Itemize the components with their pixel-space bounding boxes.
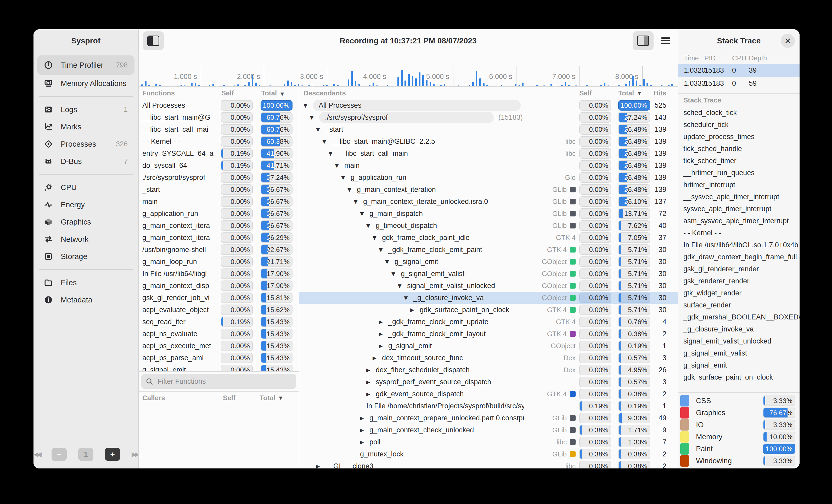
function-row[interactable]: - - Kernel - -0.00%60.38%60.38%	[139, 135, 299, 147]
chevron-right-icon[interactable]: ▶	[366, 379, 376, 385]
descendant-row[interactable]: ▼g_main_context_iterate_unlocked.isra.0G…	[299, 196, 678, 207]
function-row[interactable]: seq_read_iter0.19%0.19%15.43%15.43%	[139, 316, 299, 328]
descendant-row[interactable]: ▼__libc_start_call_mainlibc0.00%26.48%26…	[299, 147, 678, 160]
descendant-row[interactable]: ▼__libc_start_main@GLIBC_2.2.5libc0.00%2…	[299, 135, 678, 147]
stack-frame[interactable]: hrtimer_interrupt	[678, 179, 800, 191]
descendant-row[interactable]: ▼main0.00%26.48%26.48%139	[299, 160, 678, 171]
chevron-right-icon[interactable]: ▶	[366, 367, 376, 373]
function-row[interactable]: g_main_context_itera0.00%26.29%26.29%	[139, 232, 299, 244]
filter-functions-input[interactable]	[157, 377, 292, 386]
chevron-down-icon[interactable]: ▼	[316, 127, 326, 132]
descendant-row[interactable]: ▼g_main_dispatchGLib0.00%13.71%13.71%72	[299, 207, 678, 220]
descendant-row[interactable]: ▶_gdk_frame_clock_emit_updateGTK 40.00%0…	[299, 316, 678, 328]
chevron-right-icon[interactable]: ▶	[379, 331, 388, 337]
sidebar-item-storage[interactable]: Storage	[37, 248, 134, 265]
function-row[interactable]: g_main_loop_run0.00%21.71%21.71%	[139, 256, 299, 268]
function-row[interactable]: do_syscall_640.19%0.19%41.71%41.71%	[139, 160, 299, 171]
sidebar-item-d-bus[interactable]: D-Bus7	[37, 153, 134, 170]
filter-functions-box[interactable]	[141, 374, 296, 389]
stack-frame[interactable]: sysvec_apic_timer_interrupt	[678, 203, 800, 215]
descendants-hits-header[interactable]: Hits	[650, 89, 678, 97]
chevron-right-icon[interactable]: ▶	[379, 319, 388, 325]
sidebar-item-graphics[interactable]: Graphics	[37, 213, 134, 230]
descendant-row[interactable]: ▶g_main_context_check_unlockedGLib0.38%0…	[299, 424, 678, 436]
descendant-row[interactable]: ▼./src/sysprof/sysprof(15183)0.00%27.24%…	[299, 111, 678, 123]
chevron-right-icon[interactable]: ▶	[360, 415, 369, 421]
function-row[interactable]: gsk_gl_render_job_vi0.00%15.81%15.81%	[139, 292, 299, 304]
functions-total-header[interactable]: Total▼	[261, 89, 284, 97]
function-row[interactable]: entry_SYSCALL_64_a0.19%0.19%41.90%41.90%	[139, 147, 299, 160]
descendant-row[interactable]: ▼gdk_frame_clock_paint_idleGTK 40.00%7.0…	[299, 232, 678, 244]
descendant-row[interactable]: ▼g_timeout_dispatchGLib0.00%7.62%7.62%40	[299, 220, 678, 232]
fast-forward-icon[interactable]: ▶▶	[132, 451, 138, 458]
stack-frame[interactable]: gtk_widget_render	[678, 287, 800, 299]
callers-self-header[interactable]: Self	[223, 394, 260, 402]
function-row[interactable]: ./src/sysprof/sysprof0.00%27.24%27.24%	[139, 171, 299, 184]
stack-frame[interactable]: sched_clock_tick	[678, 107, 800, 119]
descendant-row[interactable]: ▶g_main_context_prepare_unlocked.part.0.…	[299, 412, 678, 424]
function-row[interactable]: _start0.00%26.67%26.67%	[139, 184, 299, 196]
sidebar-item-network[interactable]: Network	[37, 230, 134, 248]
function-row[interactable]: /usr/bin/gnome-shell0.00%22.67%22.67%	[139, 244, 299, 256]
chevron-right-icon[interactable]: ▶	[410, 307, 420, 313]
sidebar-item-time-profiler[interactable]: Time Profiler798	[37, 55, 134, 75]
descendant-row[interactable]: ▼signal_emit_valist_unlockedGObject0.00%…	[299, 280, 678, 292]
sidebar-item-processes[interactable]: Processes326	[37, 135, 134, 153]
stack-frame[interactable]: scheduler_tick	[678, 119, 800, 131]
descendant-row[interactable]: ▶dex_timeout_source_funcDex0.00%0.57%0.5…	[299, 352, 678, 364]
stack-frame[interactable]: __hrtimer_run_queues	[678, 167, 800, 179]
chevron-down-icon[interactable]: ▼	[310, 114, 319, 120]
descendant-row[interactable]: ▼All Processes0.00%100.00%100.00%525	[299, 99, 678, 111]
callers-total-header[interactable]: Total▼	[260, 394, 299, 402]
stack-frame[interactable]: gsk_renderer_render	[678, 275, 800, 287]
sidebar-item-metadata[interactable]: Metadata	[37, 291, 134, 308]
sidebar-item-cpu[interactable]: CPU	[37, 179, 134, 196]
descendant-row[interactable]: ▶gdk_surface_paint_on_clockGTK 40.00%5.7…	[299, 304, 678, 316]
function-row[interactable]: acpi_ps_execute_met0.00%15.43%15.43%	[139, 340, 299, 352]
stack-frame[interactable]: tick_sched_timer	[678, 155, 800, 167]
chevron-right-icon[interactable]: ▶	[360, 439, 369, 445]
descendant-row[interactable]: ▼g_main_context_iterationGLib0.00%26.48%…	[299, 184, 678, 196]
stack-frame[interactable]: _gdk_marshal_BOOLEAN__BOXEDv	[678, 311, 800, 323]
stack-frame[interactable]: gdk_surface_paint_on_clock	[678, 371, 800, 383]
chevron-down-icon[interactable]: ▼	[404, 295, 413, 301]
stack-frame[interactable]: gsk_gl_renderer_render	[678, 263, 800, 275]
function-row[interactable]: g_main_context_itera0.00%26.67%26.67%	[139, 220, 299, 232]
descendant-row[interactable]: ▼g_signal_emitGObject0.00%5.71%5.71%30	[299, 256, 678, 268]
stack-sample-row[interactable]: 1.033315183059	[678, 77, 800, 90]
stack-frame[interactable]: gdk_draw_context_begin_frame_full	[678, 251, 800, 263]
chevron-down-icon[interactable]: ▼	[398, 283, 407, 288]
function-row[interactable]: __libc_start_main@G0.00%60.76%60.76%	[139, 111, 299, 123]
chevron-down-icon[interactable]: ▼	[341, 175, 350, 180]
stack-frame[interactable]: tick_sched_handle	[678, 143, 800, 155]
zoom-in-button[interactable]: +	[105, 448, 120, 461]
chevron-down-icon[interactable]: ▼	[335, 163, 344, 168]
menu-button[interactable]	[655, 31, 676, 50]
function-row[interactable]: acpi_ns_evaluate0.00%15.43%15.43%	[139, 328, 299, 340]
chevron-down-icon[interactable]: ▼	[385, 259, 394, 264]
chevron-right-icon[interactable]: ▶	[372, 355, 382, 361]
sidebar-item-energy[interactable]: Energy	[37, 196, 134, 213]
descendants-total-header[interactable]: Total▼	[618, 89, 650, 97]
descendants-self-header[interactable]: Self	[579, 89, 611, 97]
function-row[interactable]: g_application_run0.00%26.67%26.67%	[139, 207, 299, 220]
descendant-row[interactable]: ▶gdk_event_source_dispatchGTK 40.00%0.38…	[299, 388, 678, 400]
chevron-right-icon[interactable]: ▶	[316, 463, 326, 469]
descendant-row[interactable]: ▼g_application_runGio0.00%26.48%26.48%13…	[299, 171, 678, 184]
descendant-row[interactable]: ▼_g_closure_invoke_vaGObject0.00%5.71%5.…	[299, 292, 678, 304]
chevron-down-icon[interactable]: ▼	[372, 235, 382, 241]
stack-frame[interactable]: g_signal_emit_valist	[678, 347, 800, 359]
sidebar-item-logs[interactable]: Logs1	[37, 101, 134, 118]
chevron-down-icon[interactable]: ▼	[304, 103, 313, 108]
function-row[interactable]: g_main_context_disp0.00%17.90%17.90%	[139, 280, 299, 292]
sidebar-item-files[interactable]: Files	[37, 274, 134, 291]
descendant-row[interactable]: In File /home/christian/Projects/sysprof…	[299, 400, 678, 412]
stack-frame[interactable]: update_process_times	[678, 131, 800, 143]
descendant-row[interactable]: ▶sysprof_perf_event_source_dispatch0.00%…	[299, 376, 678, 388]
stack-frame[interactable]: - - Kernel - -	[678, 227, 800, 239]
chevron-down-icon[interactable]: ▼	[391, 271, 401, 277]
chevron-down-icon[interactable]: ▼	[379, 247, 388, 253]
functions-self-header[interactable]: Self	[222, 89, 261, 97]
descendant-row[interactable]: ▶__GI___clone3libc0.00%0.38%0.38%2	[299, 460, 678, 469]
descendant-row[interactable]: ▶dex_fiber_scheduler_dispatchDex0.00%4.9…	[299, 364, 678, 376]
